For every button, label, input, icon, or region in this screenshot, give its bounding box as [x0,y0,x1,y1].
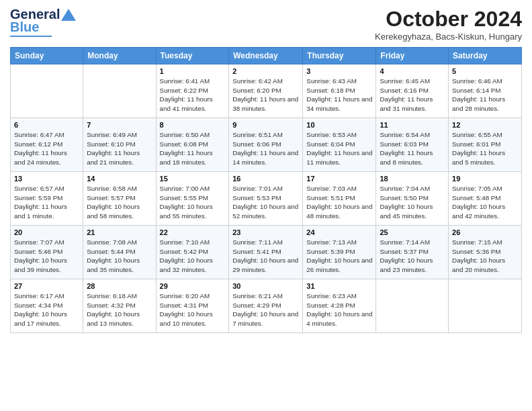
day-number: 5 [452,67,518,75]
day-number: 7 [87,121,152,129]
day-info: Sunrise: 6:21 AMSunset: 4:29 PMDaylight:… [232,291,299,328]
day-info: Sunrise: 7:08 AMSunset: 5:44 PMDaylight:… [87,238,152,275]
day-info: Sunrise: 6:17 AMSunset: 4:34 PMDaylight:… [14,291,79,328]
calendar-week-4: 27Sunrise: 6:17 AMSunset: 4:34 PMDayligh… [11,279,522,333]
day-info: Sunrise: 6:23 AMSunset: 4:28 PMDaylight:… [306,291,372,328]
day-info: Sunrise: 6:53 AMSunset: 6:04 PMDaylight:… [306,130,372,167]
calendar-cell: 5Sunrise: 6:46 AMSunset: 6:14 PMDaylight… [449,64,522,118]
calendar-cell: 24Sunrise: 7:13 AMSunset: 5:39 PMDayligh… [303,226,376,279]
day-info: Sunrise: 6:20 AMSunset: 4:31 PMDaylight:… [160,291,226,328]
col-header-monday: Monday [83,48,156,64]
calendar-cell [376,279,449,333]
day-info: Sunrise: 7:03 AMSunset: 5:51 PMDaylight:… [306,184,372,221]
calendar-cell: 26Sunrise: 7:15 AMSunset: 5:36 PMDayligh… [449,226,522,279]
calendar-cell: 9Sunrise: 6:51 AMSunset: 6:06 PMDaylight… [229,118,303,172]
day-number: 26 [452,228,518,236]
day-number: 19 [452,175,518,183]
day-info: Sunrise: 7:14 AMSunset: 5:37 PMDaylight:… [380,238,445,275]
day-number: 31 [306,282,372,290]
calendar-cell: 17Sunrise: 7:03 AMSunset: 5:51 PMDayligh… [303,172,376,226]
day-number: 6 [14,121,79,129]
calendar-cell: 22Sunrise: 7:10 AMSunset: 5:42 PMDayligh… [156,226,229,279]
day-info: Sunrise: 6:42 AMSunset: 6:20 PMDaylight:… [232,77,299,113]
month-title: October 2024 [375,7,522,32]
day-number: 23 [232,228,299,236]
calendar-week-1: 6Sunrise: 6:47 AMSunset: 6:12 PMDaylight… [11,118,522,172]
calendar-cell: 11Sunrise: 6:54 AMSunset: 6:03 PMDayligh… [376,118,449,172]
day-info: Sunrise: 6:54 AMSunset: 6:03 PMDaylight:… [380,130,445,167]
day-info: Sunrise: 7:10 AMSunset: 5:42 PMDaylight:… [160,238,226,275]
calendar-cell: 16Sunrise: 7:01 AMSunset: 5:53 PMDayligh… [229,172,303,226]
calendar-cell: 18Sunrise: 7:04 AMSunset: 5:50 PMDayligh… [376,172,449,226]
calendar-cell: 31Sunrise: 6:23 AMSunset: 4:28 PMDayligh… [303,279,376,333]
day-number: 13 [14,175,79,183]
day-info: Sunrise: 6:55 AMSunset: 6:01 PMDaylight:… [452,130,518,167]
day-info: Sunrise: 6:58 AMSunset: 5:57 PMDaylight:… [87,184,152,221]
day-number: 14 [87,175,152,183]
page: General Blue October 2024 Kerekegyhaza, … [0,0,532,411]
calendar-cell: 3Sunrise: 6:43 AMSunset: 6:18 PMDaylight… [303,64,376,118]
calendar-cell: 12Sunrise: 6:55 AMSunset: 6:01 PMDayligh… [449,118,522,172]
day-number: 24 [306,228,372,236]
day-number: 1 [160,67,226,75]
calendar-cell: 2Sunrise: 6:42 AMSunset: 6:20 PMDaylight… [229,64,303,118]
svg-marker-0 [61,9,76,21]
day-number: 30 [232,282,299,290]
day-info: Sunrise: 7:05 AMSunset: 5:48 PMDaylight:… [452,184,518,221]
logo-blue: Blue [10,19,39,35]
day-info: Sunrise: 7:11 AMSunset: 5:41 PMDaylight:… [232,238,299,275]
calendar-cell: 20Sunrise: 7:07 AMSunset: 5:46 PMDayligh… [11,226,83,279]
calendar-cell: 25Sunrise: 7:14 AMSunset: 5:37 PMDayligh… [376,226,449,279]
day-number: 9 [232,121,299,129]
day-number: 25 [380,228,445,236]
header: General Blue October 2024 Kerekegyhaza, … [10,7,522,42]
calendar-header-row: SundayMondayTuesdayWednesdayThursdayFrid… [11,48,522,64]
day-number: 22 [160,228,226,236]
calendar-cell [449,279,522,333]
calendar-cell: 28Sunrise: 6:18 AMSunset: 4:32 PMDayligh… [83,279,156,333]
calendar-cell: 10Sunrise: 6:53 AMSunset: 6:04 PMDayligh… [303,118,376,172]
col-header-sunday: Sunday [11,48,83,64]
logo-icon [61,9,76,21]
day-number: 27 [14,282,79,290]
calendar-cell: 15Sunrise: 7:00 AMSunset: 5:55 PMDayligh… [156,172,229,226]
day-number: 29 [160,282,226,290]
day-number: 28 [87,282,152,290]
calendar-cell [83,64,156,118]
col-header-saturday: Saturday [449,48,522,64]
calendar-table: SundayMondayTuesdayWednesdayThursdayFrid… [10,47,522,333]
day-info: Sunrise: 7:15 AMSunset: 5:36 PMDaylight:… [452,238,518,275]
day-number: 8 [160,121,226,129]
title-area: October 2024 Kerekegyhaza, Bacs-Kiskun, … [375,7,522,42]
col-header-wednesday: Wednesday [229,48,303,64]
calendar-week-0: 1Sunrise: 6:41 AMSunset: 6:22 PMDaylight… [11,64,522,118]
location: Kerekegyhaza, Bacs-Kiskun, Hungary [375,32,522,42]
day-info: Sunrise: 7:01 AMSunset: 5:53 PMDaylight:… [232,184,299,221]
day-info: Sunrise: 7:00 AMSunset: 5:55 PMDaylight:… [160,184,226,221]
day-number: 15 [160,175,226,183]
day-info: Sunrise: 6:46 AMSunset: 6:14 PMDaylight:… [452,77,518,113]
day-number: 17 [306,175,372,183]
day-info: Sunrise: 6:49 AMSunset: 6:10 PMDaylight:… [87,130,152,167]
calendar-cell: 23Sunrise: 7:11 AMSunset: 5:41 PMDayligh… [229,226,303,279]
day-number: 20 [14,228,79,236]
day-info: Sunrise: 6:43 AMSunset: 6:18 PMDaylight:… [306,77,372,113]
day-info: Sunrise: 7:07 AMSunset: 5:46 PMDaylight:… [14,238,79,275]
calendar-cell: 13Sunrise: 6:57 AMSunset: 5:59 PMDayligh… [11,172,83,226]
day-info: Sunrise: 7:13 AMSunset: 5:39 PMDaylight:… [306,238,372,275]
calendar-cell: 29Sunrise: 6:20 AMSunset: 4:31 PMDayligh… [156,279,229,333]
day-number: 4 [380,67,445,75]
calendar-cell [11,64,83,118]
day-number: 18 [380,175,445,183]
col-header-friday: Friday [376,48,449,64]
day-info: Sunrise: 6:18 AMSunset: 4:32 PMDaylight:… [87,291,152,328]
day-info: Sunrise: 6:51 AMSunset: 6:06 PMDaylight:… [232,130,299,167]
calendar-cell: 30Sunrise: 6:21 AMSunset: 4:29 PMDayligh… [229,279,303,333]
day-number: 11 [380,121,445,129]
day-number: 16 [232,175,299,183]
calendar-cell: 8Sunrise: 6:50 AMSunset: 6:08 PMDaylight… [156,118,229,172]
day-info: Sunrise: 6:41 AMSunset: 6:22 PMDaylight:… [160,77,226,113]
calendar-cell: 1Sunrise: 6:41 AMSunset: 6:22 PMDaylight… [156,64,229,118]
calendar-cell: 21Sunrise: 7:08 AMSunset: 5:44 PMDayligh… [83,226,156,279]
calendar-cell: 6Sunrise: 6:47 AMSunset: 6:12 PMDaylight… [11,118,83,172]
